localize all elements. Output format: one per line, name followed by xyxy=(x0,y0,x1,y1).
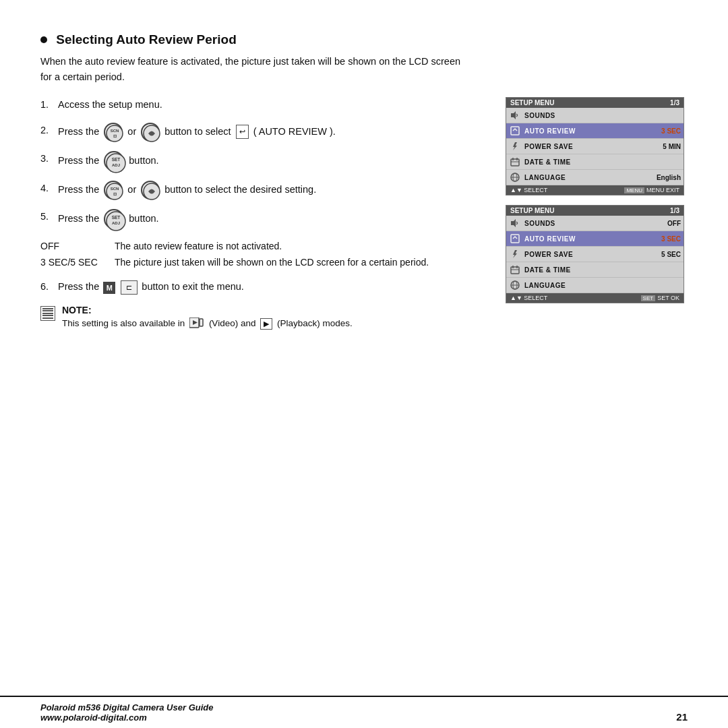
autoreview-icon-2 xyxy=(509,233,521,245)
svg-marker-26 xyxy=(511,219,516,227)
steps-column: 1. Access the setup menu. 2. Press the S… xyxy=(40,97,492,330)
step-4: 4. Press the SCN⊡ or button to select th… xyxy=(40,181,492,200)
step-4-content: Press the SCN⊡ or button to select the d… xyxy=(58,181,492,200)
powersave-icon-2 xyxy=(509,248,521,260)
menu-exit-button: ⊏ xyxy=(121,280,138,295)
menu-2-row-datetime: DATE & TIME xyxy=(506,262,684,278)
footer-url: www.polaroid-digital.com xyxy=(40,712,213,723)
set-adj-button-1: SETADJ xyxy=(104,151,124,171)
footer-left: Polaroid m536 Digital Camera User Guide … xyxy=(40,702,213,723)
menus-column: SETUP MENU 1/3 SOUNDS AUTO REVIEW xyxy=(506,97,688,330)
note-content: NOTE: This setting is also available in … xyxy=(62,305,353,330)
note-title: NOTE: xyxy=(62,305,353,315)
m-icon: M xyxy=(103,282,115,294)
menu-1-row-sounds: SOUNDS xyxy=(506,108,684,123)
playback-icon: ▶ xyxy=(260,318,272,330)
svg-text:ADJ: ADJ xyxy=(112,221,120,225)
svg-text:SET: SET xyxy=(112,215,121,220)
datetime-icon-1 xyxy=(509,156,521,168)
menu-label: MENU xyxy=(624,187,644,193)
svg-point-0 xyxy=(107,125,123,142)
note-body: This setting is also available in (Video… xyxy=(62,317,353,330)
bullet-icon xyxy=(40,36,47,43)
step-3-content: Press the SETADJ button. xyxy=(58,151,492,171)
desc-off: OFF The auto review feature is not activ… xyxy=(40,239,492,253)
svg-rect-18 xyxy=(511,127,519,135)
scn-button-icon-2: SCN⊡ xyxy=(104,181,123,200)
menu-1-footer: ▲▼ SELECT MENU MENU EXIT xyxy=(506,185,684,195)
sounds-icon-1 xyxy=(509,109,521,121)
svg-text:⊡: ⊡ xyxy=(113,134,117,138)
menu-2-footer: ▲▼ SELECT SET SET OK xyxy=(506,293,684,303)
svg-rect-27 xyxy=(511,235,519,243)
step-6: 6. Press the M ⊏ button to exit the menu… xyxy=(40,279,492,295)
desc-sec: 3 SEC/5 SEC The picture just taken will … xyxy=(40,255,492,270)
svg-point-7 xyxy=(107,183,123,200)
svg-rect-16 xyxy=(200,319,203,326)
menu-1-header: SETUP MENU 1/3 xyxy=(506,98,684,108)
menu-2-header: SETUP MENU 1/3 xyxy=(506,206,684,216)
page-footer: Polaroid m536 Digital Camera User Guide … xyxy=(0,696,728,728)
step-1: 1. Access the setup menu. xyxy=(40,97,492,113)
step-5-content: Press the SETADJ button. xyxy=(58,209,492,229)
datetime-icon-2 xyxy=(509,264,521,276)
svg-marker-17 xyxy=(511,111,516,119)
menu-1-row-powersave: POWER SAVE 5 MIN xyxy=(506,139,684,154)
set-label: SET xyxy=(641,295,656,301)
svg-rect-19 xyxy=(511,159,519,166)
descriptions: OFF The auto review feature is not activ… xyxy=(40,239,492,270)
scroll-button-icon-1 xyxy=(141,123,160,142)
menu-2-row-sounds: SOUNDS OFF xyxy=(506,216,684,231)
menu-1-row-autoreview: AUTO REVIEW 3 SEC xyxy=(506,123,684,139)
set-adj-button-2: SETADJ xyxy=(104,209,124,229)
step-6-content: Press the M ⊏ button to exit the menu. xyxy=(58,279,492,295)
svg-rect-28 xyxy=(511,267,519,274)
step-2: 2. Press the SCN⊡ or button to select ↩ … xyxy=(40,123,492,142)
intro-text: When the auto review feature is activate… xyxy=(40,54,472,85)
step-1-text: Access the setup menu. xyxy=(58,97,492,113)
step-2-content: Press the SCN⊡ or button to select ↩ ( A… xyxy=(58,123,492,142)
camera-menu-1: SETUP MENU 1/3 SOUNDS AUTO REVIEW xyxy=(506,97,684,195)
svg-text:⊡: ⊡ xyxy=(113,192,117,196)
footer-brand: Polaroid m536 Digital Camera User Guide xyxy=(40,702,213,712)
menu-2-row-language: LANGUAGE xyxy=(506,278,684,293)
or-text-2: or xyxy=(127,183,139,194)
autoreview-icon-1 xyxy=(509,125,521,137)
camera-menu-2: SETUP MENU 1/3 SOUNDS OFF AUTO REVIE xyxy=(506,205,684,303)
note-icon xyxy=(40,306,55,321)
content-area: 1. Access the setup menu. 2. Press the S… xyxy=(40,97,688,330)
language-icon-2 xyxy=(509,279,521,291)
menu-1-row-language: LANGUAGE English xyxy=(506,170,684,185)
scroll-button-icon-2 xyxy=(141,181,160,200)
note-section: NOTE: This setting is also available in … xyxy=(40,305,492,330)
scn-button-icon: SCN⊡ xyxy=(104,123,123,142)
powersave-icon-1 xyxy=(509,140,521,152)
svg-text:SCN: SCN xyxy=(111,129,119,133)
page-content: Selecting Auto Review Period When the au… xyxy=(0,0,728,728)
svg-text:ADJ: ADJ xyxy=(112,163,120,167)
auto-review-icon: ↩ xyxy=(236,125,249,140)
svg-text:SCN: SCN xyxy=(111,187,119,191)
sounds-icon-2 xyxy=(509,217,521,229)
menu-2-row-autoreview: AUTO REVIEW 3 SEC xyxy=(506,231,684,247)
step-3: 3. Press the SETADJ button. xyxy=(40,151,492,171)
footer-page-number: 21 xyxy=(676,711,688,723)
menu-1-row-datetime: DATE & TIME xyxy=(506,154,684,170)
menu-2-row-powersave: POWER SAVE 5 SEC xyxy=(506,247,684,262)
or-text-1: or xyxy=(127,125,139,136)
section-title: Selecting Auto Review Period xyxy=(40,32,688,47)
language-icon-1 xyxy=(509,171,521,183)
svg-text:SET: SET xyxy=(112,157,121,162)
video-icon xyxy=(189,317,204,330)
step-5: 5. Press the SETADJ button. xyxy=(40,209,492,229)
